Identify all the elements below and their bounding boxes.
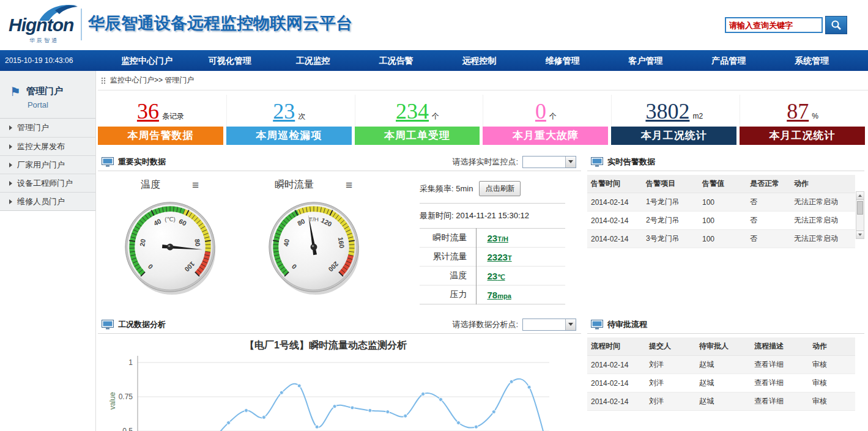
alarm-row: 2014-02-141号龙门吊100否无法正常启动 [587, 193, 855, 212]
stat-unit: % [812, 112, 818, 120]
gauge-temperature: 温度 ≡ 020406080100(℃) [98, 174, 242, 304]
sidebar-menu: 管理门户 监控大屏发布 厂家用户门户 设备工程师门户 维修人员门户 [0, 119, 95, 211]
audit-link[interactable]: 审核 [809, 392, 855, 411]
reading-row: 温度 23℃ [420, 267, 565, 285]
search-bar [725, 16, 847, 34]
chevron-down-icon[interactable] [565, 157, 576, 168]
refresh-button[interactable]: 点击刷新 [479, 181, 521, 196]
alarm-row: 2014-02-142号龙门吊100否无法正常启动 [587, 212, 855, 230]
portal-subtitle: Portal [28, 100, 63, 109]
reading-row: 压力 78mpa [420, 285, 565, 304]
stat-value[interactable]: 234 [396, 97, 429, 125]
stat-card-monthly-condition-area: 3802m2 本月工况统计 [611, 95, 736, 145]
svg-text:40: 40 [282, 238, 291, 247]
realtime-data-panel: 重要实时数据 请选择实时监控点: 温度 ≡ 020406080100(℃) [98, 153, 581, 309]
stat-unit: 次 [298, 111, 305, 122]
menu-icon[interactable]: ≡ [192, 179, 199, 191]
nav-item-product[interactable]: 产品管理 [687, 50, 770, 71]
view-detail-link[interactable]: 查看详细 [751, 374, 809, 392]
table-scrollbar[interactable] [856, 191, 864, 239]
breadcrumb-text[interactable]: 监控中心门户>> 管理门户 [110, 75, 194, 86]
stat-card-weekly-workorders: 234个 本周工单受理 [355, 95, 480, 145]
stat-card-weekly-alarms: 36条记录 本周告警数据 [98, 95, 223, 145]
scroll-down-icon[interactable] [856, 230, 864, 238]
nav-item-system[interactable]: 系统管理 [770, 50, 853, 71]
nav-item-maintenance[interactable]: 维修管理 [521, 50, 604, 71]
stat-value[interactable]: 36 [137, 97, 159, 125]
frequency-label: 采集频率: 5min [420, 183, 473, 194]
latest-time: 最新时间: 2014-11-21 15:30:12 [420, 204, 565, 228]
sidebar-item-engineer-portal[interactable]: 设备工程师门户 [0, 174, 95, 192]
panel-header: 工况数据分析 请选择数据分析点: [98, 315, 581, 334]
analysis-panel: 工况数据分析 请选择数据分析点: 【电厂1号线】瞬时流量动态监测分析 10.75… [98, 315, 581, 431]
audit-link[interactable]: 审核 [809, 356, 855, 374]
reading-value[interactable]: 2323T [488, 253, 512, 262]
approval-table: 流程时间 提交人 待审批人 流程描述 动作 2014-02-14刘洋赵城查看详细… [587, 337, 855, 411]
nav-item-remote-control[interactable]: 远程控制 [438, 50, 521, 71]
svg-text:1: 1 [128, 358, 133, 367]
stat-unit: m2 [692, 112, 703, 120]
scrollbar-thumb[interactable] [857, 201, 863, 215]
nav-item-visualization[interactable]: 可视化管理 [188, 50, 272, 71]
stat-label-bar[interactable]: 本周工单受理 [355, 127, 480, 145]
stat-value[interactable]: 23 [273, 97, 295, 125]
gauge-title: 瞬时流量 [275, 179, 314, 191]
panel-header: 实时告警数据 [587, 153, 864, 171]
approval-panel: 待审批流程 流程时间 提交人 待审批人 流程描述 动作 [587, 315, 864, 411]
stat-value[interactable]: 0 [535, 97, 546, 125]
stat-label-bar[interactable]: 本月工况统计 [740, 127, 865, 145]
stat-label-bar[interactable]: 本周巡检漏项 [226, 127, 352, 145]
temperature-gauge: 020406080100(℃) [119, 196, 221, 298]
nav-item-monitor-center[interactable]: 监控中心门户 [105, 50, 188, 71]
stats-row: 36条记录 本周告警数据 23次 本周巡检漏项 234个 本周工单受理 0个 本… [98, 90, 868, 150]
logo-text: Hignton [9, 15, 73, 35]
nav-item-customer[interactable]: 客户管理 [604, 50, 687, 71]
svg-text:80: 80 [193, 238, 202, 247]
sidebar: ⚑ 管理门户 Portal 管理门户 监控大屏发布 厂家用户门户 设备工程师门户… [0, 71, 96, 431]
approval-row: 2014-02-14刘洋赵城查看详细审核 [587, 374, 855, 392]
stat-label-bar[interactable]: 本月重大故障 [483, 127, 608, 145]
flag-icon: ⚑ [10, 86, 21, 109]
logo-subtext: 华辰智通 [29, 37, 59, 45]
breadcrumb-icon [101, 77, 106, 84]
readings-block: 采集频率: 5min 点击刷新 最新时间: 2014-11-21 15:30:1… [385, 174, 581, 304]
approval-table-header: 流程时间 提交人 待审批人 流程描述 动作 [587, 337, 855, 356]
stat-card-weekly-inspection: 23次 本周巡检漏项 [226, 95, 352, 145]
top-header: Hignton 华辰智通 华辰智通设备远程监控物联网云平台 [0, 0, 868, 50]
alarm-table-header: 告警时间 告警项目 告警值 是否正常 动作 [587, 175, 855, 193]
nav-item-condition-monitor[interactable]: 工况监控 [272, 50, 355, 71]
breadcrumb: 监控中心门户>> 管理门户 [98, 71, 868, 90]
reading-value[interactable]: 23℃ [488, 272, 505, 281]
monitor-point-select[interactable] [522, 156, 576, 168]
arrow-right-icon [9, 144, 12, 149]
stat-value[interactable]: 87 [787, 97, 809, 125]
stat-label-bar[interactable]: 本周告警数据 [98, 127, 223, 145]
audit-link[interactable]: 审核 [809, 374, 855, 392]
svg-text:0.75: 0.75 [119, 392, 133, 401]
view-detail-link[interactable]: 查看详细 [751, 356, 809, 374]
readings-table: 瞬时流量 23T/H 累计流量 2323T 温度 23℃ [420, 228, 565, 304]
site-title: 华辰智通设备远程监控物联网云平台 [88, 12, 352, 34]
stat-label-bar[interactable]: 本月工况统计 [611, 127, 736, 145]
reading-value[interactable]: 23T/H [488, 234, 508, 243]
analysis-point-select[interactable] [522, 319, 576, 331]
svg-text:0.5: 0.5 [122, 427, 133, 431]
nav-item-condition-alarm[interactable]: 工况告警 [355, 50, 438, 71]
stat-value[interactable]: 3802 [645, 97, 689, 125]
sidebar-item-big-screen[interactable]: 监控大屏发布 [0, 137, 95, 155]
logo: Hignton 华辰智通 [7, 4, 84, 46]
search-button[interactable] [825, 16, 847, 34]
sidebar-item-factory-portal[interactable]: 厂家用户门户 [0, 155, 95, 174]
alarm-row: 2014-02-143号龙门吊100否无法正常启动 [587, 230, 855, 248]
sidebar-item-maintainer-portal[interactable]: 维修人员门户 [0, 192, 95, 210]
sidebar-item-admin-portal[interactable]: 管理门户 [0, 119, 95, 137]
stat-unit: 个 [432, 111, 439, 122]
reading-value[interactable]: 78mpa [488, 291, 511, 300]
nav-menu: 监控中心门户 可视化管理 工况监控 工况告警 远程控制 维修管理 客户管理 产品… [105, 50, 853, 71]
menu-icon[interactable]: ≡ [346, 179, 352, 191]
stat-card-monthly-condition-pct: 87% 本月工况统计 [740, 95, 865, 145]
scroll-up-icon[interactable] [856, 192, 864, 200]
view-detail-link[interactable]: 查看详细 [751, 392, 809, 411]
search-input[interactable] [725, 17, 823, 33]
chevron-down-icon[interactable] [565, 319, 576, 330]
